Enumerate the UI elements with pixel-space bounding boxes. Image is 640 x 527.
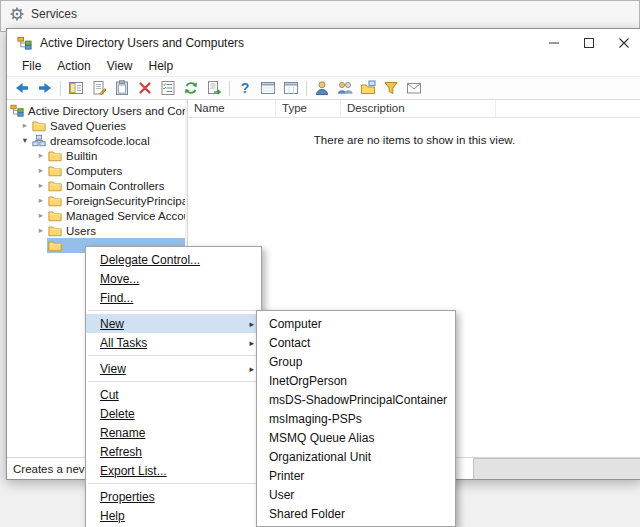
list-small-icon [260,80,276,96]
tree-item-content: Builtin [47,148,185,163]
submenu-item-msimaging-psps[interactable]: msImaging-PSPs [257,409,455,428]
refresh-button[interactable] [180,78,202,99]
menu-help[interactable]: Help [141,57,182,75]
context-menu-item-view[interactable]: View▸ [86,359,261,378]
export-list-button[interactable] [203,78,225,99]
context-menu-item-label: Find... [100,291,133,305]
submenu-item-group[interactable]: Group [257,352,455,371]
folder-icon [48,164,63,177]
menu-separator [88,483,259,484]
window-title: Active Directory Users and Computers [40,36,244,50]
context-menu-item-cut[interactable]: Cut [86,385,261,404]
help-button[interactable]: ? [234,78,256,99]
envelope-button[interactable] [403,78,425,99]
svg-text:?: ? [241,80,250,96]
aduc-app-icon [17,36,32,50]
context-menu-item-rename[interactable]: Rename [86,423,261,442]
folder-icon [48,194,63,207]
submenu-item-computer[interactable]: Computer [257,314,455,333]
close-button[interactable] [606,29,640,56]
filter-button[interactable] [380,78,402,99]
context-menu-item-label: Rename [100,426,145,440]
clipboard-button[interactable] [111,78,133,99]
submenu-item-contact[interactable]: Contact [257,333,455,352]
column-header-type[interactable]: Type [276,100,341,117]
new-group-button[interactable] [334,78,356,99]
list-small-button[interactable] [257,78,279,99]
titlebar[interactable]: Active Directory Users and Computers [7,29,640,56]
domain-icon [32,134,47,147]
context-menu-item-new[interactable]: New▸ [86,314,261,333]
tree-item-content: Domain Controllers [47,178,185,193]
filter-icon [383,80,399,96]
collapse-arrow-icon[interactable]: ▾ [19,133,31,148]
document-edit-button[interactable] [88,78,110,99]
tree-item-label: Saved Queries [47,120,126,132]
context-menu-item-delete[interactable]: Delete [86,404,261,423]
minimize-button[interactable] [536,29,571,56]
empty-view-message: There are no items to show in this view. [188,134,640,146]
folder-icon [48,179,63,192]
submenu-item-organizational-unit[interactable]: Organizational Unit [257,447,455,466]
checklist-button[interactable] [157,78,179,99]
new-submenu: ComputerContactGroupInetOrgPersonmsDS-Sh… [256,310,456,527]
menu-separator [88,381,259,382]
tree-item-builtin[interactable]: ▸Builtin [7,148,185,163]
tree-item-saved-queries[interactable]: ▸Saved Queries [7,118,185,133]
context-menu-item-label: Export List... [100,464,167,478]
tree-item-users[interactable]: ▸Users [7,223,185,238]
submenu-arrow-icon: ▸ [249,338,254,348]
context-menu-item-all-tasks[interactable]: All Tasks▸ [86,333,261,352]
context-menu-item-delegate-control[interactable]: Delegate Control... [86,250,261,269]
back-button[interactable] [11,78,33,99]
context-menu-item-refresh[interactable]: Refresh [86,442,261,461]
tree-item-label: ForeignSecurityPrincipals [63,195,185,207]
tree-item-foreign-security-principals[interactable]: ▸ForeignSecurityPrincipals [7,193,185,208]
context-menu-item-export-list[interactable]: Export List... [86,461,261,480]
submenu-item-msds-shadowprincipalcontainer[interactable]: msDS-ShadowPrincipalContainer [257,390,455,409]
list-large-button[interactable] [280,78,302,99]
menu-separator [88,355,259,356]
submenu-item-msmq-queue-alias[interactable]: MSMQ Queue Alias [257,428,455,447]
new-user-button[interactable] [311,78,333,99]
tree-item-dreamsofcode-local[interactable]: ▾dreamsofcode.local [7,133,185,148]
column-header-description[interactable]: Description [341,100,496,117]
submenu-item-shared-folder[interactable]: Shared Folder [257,504,455,523]
context-menu-item-help[interactable]: Help [86,506,261,525]
delete-button[interactable] [134,78,156,99]
forward-button[interactable] [34,78,56,99]
submenu-item-printer[interactable]: Printer [257,466,455,485]
expand-arrow-icon[interactable]: ▸ [35,193,47,208]
close-icon [619,38,629,48]
submenu-item-inetorgperson[interactable]: InetOrgPerson [257,371,455,390]
toolbar: ? [7,77,640,100]
expand-arrow-icon[interactable]: ▸ [35,178,47,193]
expand-arrow-icon[interactable]: ▸ [35,223,47,238]
submenu-item-user[interactable]: User [257,485,455,504]
delete-icon [137,80,153,96]
expand-arrow-icon[interactable]: ▸ [19,118,31,133]
list-large-icon [283,80,299,96]
tree-item-domain-controllers[interactable]: ▸Domain Controllers [7,178,185,193]
context-menu-item-move[interactable]: Move... [86,269,261,288]
show-tree-button[interactable] [65,78,87,99]
context-menu-item-label: Move... [100,272,139,286]
submenu-arrow-icon: ▸ [249,364,254,374]
tree-item-managed-service-accounts[interactable]: ▸Managed Service Accoun [7,208,185,223]
context-menu-item-find[interactable]: Find... [86,288,261,307]
menu-action[interactable]: Action [49,57,98,75]
context-menu-item-properties[interactable]: Properties [86,487,261,506]
expand-arrow-icon[interactable]: ▸ [35,163,47,178]
column-header-name[interactable]: Name [188,100,276,117]
expand-arrow-icon[interactable]: ▸ [35,148,47,163]
expand-arrow-icon[interactable]: ▸ [35,208,47,223]
envelope-icon [406,80,422,96]
window-controls [536,29,640,56]
tree-item-active-directory-root[interactable]: Active Directory Users and Com [7,103,185,118]
menu-view[interactable]: View [99,57,141,75]
tree-item-computers[interactable]: ▸Computers [7,163,185,178]
new-ou-button[interactable] [357,78,379,99]
menu-file[interactable]: File [14,57,49,75]
status-text: Creates a nev [13,463,85,475]
maximize-button[interactable] [571,29,606,56]
